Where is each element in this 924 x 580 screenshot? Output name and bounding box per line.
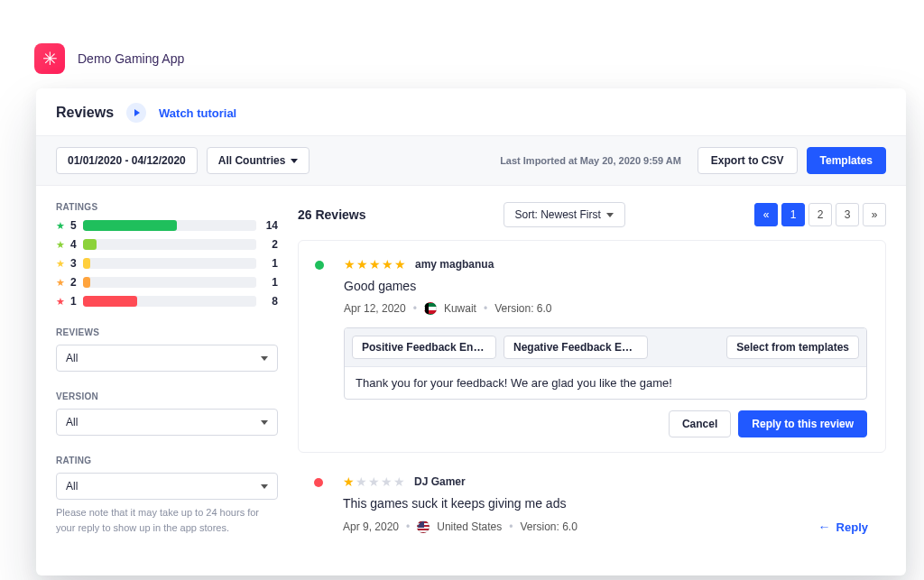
- page-title: Reviews: [56, 105, 114, 121]
- export-csv-button[interactable]: Export to CSV: [698, 147, 798, 174]
- sort-value: Sort: Newest First: [515, 208, 601, 221]
- rating-bar: [83, 239, 256, 250]
- star-icon: ★: [393, 474, 405, 489]
- submit-reply-button[interactable]: Reply to this review: [738, 410, 867, 437]
- rating-row-2[interactable]: ★ 2 1: [56, 276, 278, 289]
- rating-number: 5: [70, 219, 78, 232]
- rating-count: 1: [262, 276, 278, 289]
- review-country: Kuwait: [444, 302, 476, 315]
- status-dot-positive: [315, 261, 324, 270]
- review-version: Version: 6.0: [494, 302, 551, 315]
- template-positive-button[interactable]: Positive Feedback Eng…: [352, 336, 496, 359]
- rating-filter-value: All: [66, 480, 78, 493]
- star-icon: ★: [56, 258, 65, 270]
- rating-bar: [83, 220, 256, 231]
- play-icon[interactable]: [126, 103, 146, 123]
- star-icon: ★: [382, 257, 393, 272]
- rating-stars: ★ ★ ★ ★ ★: [343, 474, 405, 489]
- reply-delay-note: Please note that it may take up to 24 ho…: [56, 505, 278, 535]
- rating-row-5[interactable]: ★ 5 14: [56, 219, 278, 232]
- rating-bar: [83, 296, 256, 307]
- rating-count: 8: [262, 295, 278, 308]
- chevron-down-icon: [261, 484, 268, 489]
- page-button-2[interactable]: 2: [808, 203, 832, 226]
- version-filter-value: All: [66, 416, 78, 428]
- sort-select[interactable]: Sort: Newest First: [504, 202, 625, 227]
- rating-stars: ★ ★ ★ ★ ★: [344, 257, 406, 272]
- date-range-picker[interactable]: 01/01/2020 - 04/12/2020: [56, 147, 198, 174]
- star-icon: ★: [381, 474, 393, 489]
- version-filter-label: VERSION: [56, 391, 278, 401]
- rating-count: 2: [262, 238, 278, 251]
- review-card: ★ ★ ★ ★ ★ amy magbanua Good games Apr 12…: [298, 240, 886, 453]
- country-filter[interactable]: All Countries: [207, 147, 310, 174]
- review-author: DJ Gamer: [414, 475, 466, 488]
- app-icon: ✳: [34, 43, 65, 74]
- flag-icon-us: [417, 520, 430, 533]
- rating-bar: [83, 277, 256, 288]
- country-filter-value: All Countries: [218, 154, 286, 167]
- reply-link-label: Reply: [836, 520, 868, 534]
- star-icon: ★: [369, 257, 381, 272]
- star-icon: ★: [56, 277, 65, 289]
- app-name: Demo Gaming App: [78, 51, 184, 66]
- rating-filter-select[interactable]: All: [56, 473, 278, 500]
- rating-number: 4: [70, 238, 78, 251]
- star-icon: ★: [356, 474, 367, 489]
- pagination: « 1 2 3 »: [754, 203, 886, 226]
- star-icon: ★: [56, 220, 65, 232]
- chevron-down-icon: [291, 159, 298, 163]
- review-date: Apr 12, 2020: [344, 302, 406, 315]
- rating-bar: [83, 258, 256, 269]
- page-next-button[interactable]: »: [863, 203, 886, 226]
- templates-button[interactable]: Templates: [807, 147, 886, 174]
- rating-row-1[interactable]: ★ 1 8: [56, 295, 278, 308]
- reviews-filter-select[interactable]: All: [56, 345, 278, 372]
- page-button-1[interactable]: 1: [781, 203, 805, 226]
- reply-link[interactable]: ← Reply: [818, 520, 868, 534]
- page-button-3[interactable]: 3: [836, 203, 859, 226]
- star-icon: ★: [56, 296, 65, 308]
- review-card: ★ ★ ★ ★ ★ DJ Gamer This games suck it ke…: [298, 469, 886, 548]
- date-range-value: 01/01/2020 - 04/12/2020: [68, 154, 186, 167]
- results-count: 26 Reviews: [298, 207, 366, 222]
- rating-number: 1: [70, 295, 78, 308]
- reply-textarea[interactable]: Thank you for your feedback! We are glad…: [345, 367, 866, 399]
- review-country: United States: [437, 520, 502, 533]
- rating-count: 1: [262, 257, 278, 270]
- star-icon: ★: [368, 474, 380, 489]
- rating-row-4[interactable]: ★ 4 2: [56, 238, 278, 251]
- reviews-filter-value: All: [66, 352, 78, 364]
- template-negative-button[interactable]: Negative Feedback En…: [504, 336, 648, 359]
- reply-composer: Positive Feedback Eng… Negative Feedback…: [344, 327, 867, 400]
- star-icon: ★: [344, 257, 356, 272]
- review-version: Version: 6.0: [521, 520, 578, 533]
- star-icon: ★: [56, 239, 65, 251]
- chevron-down-icon: [261, 420, 268, 425]
- rating-filter-label: RATING: [56, 456, 278, 465]
- watch-tutorial-link[interactable]: Watch tutorial: [159, 106, 236, 120]
- rating-count: 14: [262, 219, 278, 232]
- rating-row-3[interactable]: ★ 3 1: [56, 257, 278, 270]
- review-date: Apr 9, 2020: [343, 520, 399, 533]
- star-icon: ★: [356, 257, 368, 272]
- star-icon: ★: [394, 257, 406, 272]
- rating-number: 2: [70, 276, 78, 289]
- cancel-button[interactable]: Cancel: [669, 410, 731, 437]
- status-dot-negative: [314, 478, 323, 487]
- chevron-down-icon: [261, 356, 268, 361]
- star-icon: ★: [343, 474, 355, 489]
- review-author: amy magbanua: [415, 258, 494, 271]
- page-prev-button[interactable]: «: [754, 203, 778, 226]
- chevron-down-icon: [606, 213, 614, 217]
- last-imported-label: Last Imported at May 20, 2020 9:59 AM: [500, 155, 681, 166]
- review-text: This games suck it keeps giving me ads: [343, 496, 868, 511]
- review-text: Good games: [344, 279, 867, 293]
- reviews-panel: Reviews Watch tutorial 01/01/2020 - 04/1…: [36, 88, 906, 575]
- arrow-left-icon: ←: [818, 520, 831, 534]
- reviews-filter-label: REVIEWS: [56, 327, 278, 337]
- flag-icon-kuwait: [424, 302, 437, 315]
- ratings-section-label: RATINGS: [56, 202, 278, 212]
- version-filter-select[interactable]: All: [56, 409, 278, 436]
- select-template-button[interactable]: Select from templates: [726, 336, 859, 359]
